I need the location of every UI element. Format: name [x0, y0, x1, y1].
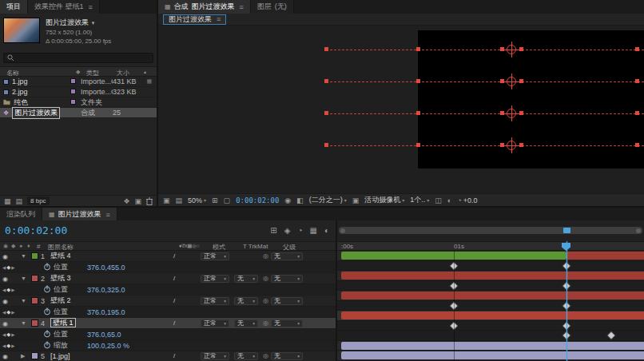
roi-icon[interactable]: ▣ — [352, 196, 360, 204]
property-name[interactable]: 位置 — [54, 307, 87, 317]
project-search-input[interactable] — [3, 53, 153, 63]
layer-duration-bar[interactable] — [341, 311, 644, 319]
new-folder-icon[interactable]: ❖ — [123, 197, 129, 205]
blend-mode-select[interactable]: 正常▾ — [201, 352, 229, 360]
keyframe-indicator-icon[interactable]: ◆ — [6, 309, 10, 315]
pickwhip-icon[interactable]: ◎ — [263, 275, 268, 282]
next-keyframe-icon[interactable]: ▶ — [11, 288, 14, 292]
stopwatch-icon[interactable] — [43, 307, 54, 317]
layer-color-label[interactable] — [31, 297, 38, 304]
time-navigator[interactable] — [339, 227, 642, 234]
selection-handle[interactable] — [519, 79, 523, 83]
next-keyframe-icon[interactable]: ▶ — [11, 332, 14, 337]
keyframe-navigator[interactable]: ◀◆▶ — [0, 287, 24, 293]
parent-select[interactable]: 无▾ — [271, 297, 303, 305]
property-row[interactable]: ◀◆▶缩放100.0,25.0 % — [0, 340, 336, 351]
eye-icon[interactable]: ◉ — [2, 276, 8, 283]
magnification-icon[interactable]: ▤ — [176, 196, 183, 204]
always-preview-icon[interactable]: ▣ — [163, 196, 170, 204]
twirl-icon[interactable]: ▼ — [21, 253, 31, 259]
anchor-point-crosshair[interactable] — [507, 141, 516, 150]
selection-handle[interactable] — [635, 79, 639, 83]
trkmat-select[interactable]: 无▾ — [234, 275, 258, 283]
property-row[interactable]: ◀◆▶位置376.0,195.0 — [0, 307, 336, 318]
layer-switches[interactable]: / — [167, 297, 201, 304]
layer-track-row[interactable] — [337, 271, 644, 281]
pickwhip-icon[interactable]: ◎ — [263, 252, 268, 260]
prev-keyframe-icon[interactable]: ◀ — [2, 265, 6, 270]
tab-layer[interactable]: 图层(无) — [251, 0, 294, 14]
property-value[interactable]: 376.0,65.0 — [87, 331, 121, 339]
keyframe-navigator[interactable]: ◀◆▶ — [0, 343, 24, 349]
layer-name[interactable]: 壁纸 2 — [50, 296, 71, 304]
keyframe-indicator-icon[interactable]: ◆ — [6, 343, 10, 349]
prev-keyframe-icon[interactable]: ◀ — [2, 332, 6, 337]
property-row[interactable]: ◀◆▶位置376.0,325.0 — [0, 284, 336, 296]
layer-track-row[interactable] — [337, 291, 644, 301]
playhead-line[interactable] — [566, 241, 567, 361]
property-value[interactable]: 376.0,455.0 — [87, 264, 125, 272]
trash-icon[interactable] — [146, 197, 153, 205]
layer-duration-bar[interactable] — [341, 351, 644, 359]
layer-color-label[interactable] — [31, 352, 38, 359]
layer-color-label[interactable] — [31, 275, 38, 282]
snapshot-camera-icon[interactable]: ◉ — [284, 196, 291, 204]
keyframe-indicator-icon[interactable]: ◆ — [6, 331, 10, 338]
tab-project[interactable]: 项目 — [0, 0, 28, 14]
layer-name[interactable]: 壁纸 4 — [50, 252, 71, 260]
property-value[interactable]: 376.0,195.0 — [87, 308, 125, 316]
eye-icon[interactable]: ◉ — [2, 253, 8, 260]
trkmat-select[interactable]: 无▾ — [234, 319, 258, 327]
selection-handle[interactable] — [635, 143, 639, 147]
parent-select[interactable]: 无▾ — [271, 252, 303, 260]
view-layout-select[interactable]: 1个..▾ — [410, 195, 429, 205]
property-track-row[interactable] — [337, 331, 644, 341]
pickwhip-icon[interactable]: ◎ — [263, 352, 268, 359]
navigator-playhead-notch[interactable] — [563, 228, 570, 233]
current-time-display[interactable]: 0:00:02:00 — [5, 224, 67, 236]
project-item[interactable]: 1.jpg Importe...G 431 KB ▦ — [0, 77, 157, 87]
keyframe-indicator-icon[interactable]: ◆ — [6, 287, 10, 293]
camera-select[interactable]: 活动摄像机▾ — [364, 195, 404, 205]
project-table-header[interactable]: 名称 ◆ 类型 大小 ▴ — [0, 66, 157, 77]
anchor-point-crosshair[interactable] — [507, 77, 516, 86]
tab-effect-controls[interactable]: 效果控件 壁纸1≡ — [28, 0, 100, 14]
layer-row[interactable]: ◉▼3壁纸 2/正常▾无▾◎无▾ — [0, 296, 336, 307]
next-keyframe-icon[interactable]: ▶ — [11, 265, 14, 270]
trkmat-select[interactable]: 无▾ — [234, 297, 258, 305]
exposure-control[interactable]: ◔+0.0 — [457, 196, 477, 204]
property-value[interactable]: 376.0,325.0 — [87, 286, 125, 294]
twirl-icon[interactable]: ▼ — [21, 276, 31, 281]
prev-keyframe-icon[interactable]: ◀ — [2, 288, 6, 292]
property-track-row[interactable] — [337, 301, 644, 311]
selection-handle[interactable] — [519, 143, 523, 147]
tab-timeline-comp[interactable]: ▦ 图片过渡效果 ≡ — [42, 208, 117, 221]
layer-duration-bar[interactable] — [341, 292, 644, 300]
selection-handle[interactable] — [519, 111, 523, 115]
keyframe-navigator[interactable]: ◀◆▶ — [0, 264, 24, 271]
tab-render-queue[interactable]: 渲染队列 — [0, 208, 42, 221]
selection-handle[interactable] — [324, 143, 328, 147]
blend-mode-select[interactable]: 正常▾ — [201, 297, 229, 305]
selection-handle[interactable] — [324, 111, 328, 115]
layer-switches[interactable]: / — [167, 252, 201, 260]
keyframe-navigator[interactable]: ◀◆▶ — [0, 331, 24, 338]
layer-track-row[interactable] — [337, 251, 644, 261]
property-row[interactable]: ◀◆▶位置376.0,455.0 — [0, 262, 336, 273]
frame-blend-icon[interactable]: ▦ — [310, 226, 317, 235]
thumbnail-view-icon[interactable]: ▦ — [4, 197, 11, 205]
layer-duration-bar[interactable] — [341, 272, 644, 280]
fast-previews-icon[interactable]: ◐ — [447, 196, 451, 204]
layer-name[interactable]: 壁纸 1 — [50, 318, 76, 327]
layer-duration-bar[interactable] — [566, 252, 644, 260]
anchor-point-crosshair[interactable] — [507, 109, 516, 118]
next-keyframe-icon[interactable]: ▶ — [11, 310, 14, 315]
stopwatch-icon[interactable] — [43, 263, 54, 272]
new-comp-icon[interactable]: ▣ — [134, 197, 141, 205]
layer-row[interactable]: ◉▼1壁纸 4/正常▾◎无▾ — [0, 251, 336, 262]
selection-handle[interactable] — [635, 47, 639, 51]
twirl-icon[interactable]: ▼ — [21, 320, 31, 326]
layer-row[interactable]: ◉▼2壁纸 3/正常▾无▾◎无▾ — [0, 273, 336, 284]
project-item-selected[interactable]: ❖图片过渡效果 合成 25 — [0, 108, 157, 118]
panel-menu-icon[interactable]: ≡ — [89, 3, 93, 11]
